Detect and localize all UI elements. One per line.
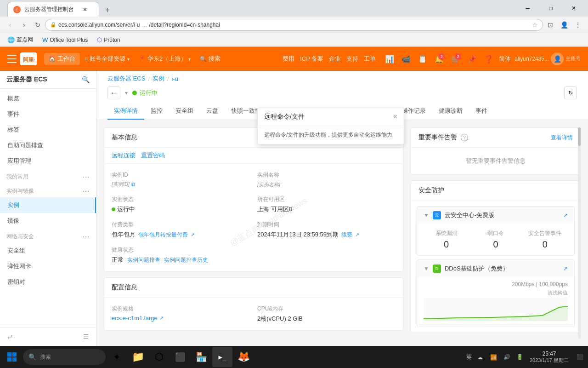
tray-icon-sound[interactable]: 🔊 [501,347,512,367]
sidebar-item-security-group[interactable]: 安全组 [0,243,96,259]
active-tab[interactable]: C 云服务器管理控制台 ✕ [7,2,99,17]
tab-security[interactable]: 安全组 [169,103,200,120]
nav-account[interactable]: ≡ 账号全部资源 ▾ [80,53,134,65]
sidebar-item-events[interactable]: 事件 [0,106,96,122]
instance-section-more-icon[interactable]: ⋯ [82,187,90,196]
spec-external-icon[interactable]: ↗ [159,315,164,321]
nav-region[interactable]: 📍 华东2（上海） ▾ [134,53,195,65]
alerts-help-icon[interactable]: ? [461,134,468,141]
nav-ticket[interactable]: 工单 [364,55,376,63]
lang-switch[interactable]: 简体 [499,55,511,63]
tray-icon-keyboard[interactable]: 英 [464,347,474,367]
payment-link[interactable]: 包年包月转按量付费 [138,231,188,239]
sidebar-search-icon[interactable]: 🔍 [82,76,90,83]
copy-id-icon[interactable]: ⧉ [131,181,136,188]
bookmark-proton[interactable]: ⬡ Proton [93,35,124,44]
tray-icon-battery[interactable]: 🔋 [514,347,525,367]
tab-disk[interactable]: 云盘 [200,103,225,120]
nav-home[interactable]: 🏠 工作台 [44,53,80,65]
tab-event[interactable]: 事件 [469,103,494,120]
taskbar-app-files[interactable]: 📁 [128,347,148,367]
breadcrumb-instance[interactable]: 实例 [153,75,164,83]
refresh-button[interactable]: ↻ [564,86,577,99]
sidebar-footer-icon-right[interactable]: ☰ [79,330,92,343]
payment-external-icon[interactable]: ↗ [191,232,195,238]
taskbar-app-misc[interactable]: 🦊 [233,347,254,367]
expiry-external-icon[interactable]: ↗ [355,232,359,238]
payment-field: 付费类型 包年包月 包年包月转按量付费 ↗ [112,221,250,239]
taskbar-app-color[interactable]: ⬡ [149,347,169,367]
breadcrumb-ecs[interactable]: 云服务器 ECS [107,75,145,83]
my-common-more-icon[interactable]: ⋯ [82,172,90,181]
maximize-button[interactable]: □ [540,0,561,17]
taskbar-search[interactable]: 🔍 搜索 [23,349,106,365]
alerts-link[interactable]: 查看详情 [551,134,573,142]
new-tab-button[interactable]: + [101,4,114,17]
hamburger-menu[interactable] [7,55,17,63]
menu-button[interactable]: ⋮ [571,18,584,31]
health-check-link[interactable]: 实例问题排查 [127,256,160,264]
svg-rect-6 [12,357,17,362]
sidebar-item-mirror[interactable]: 镜像 [0,213,96,229]
close-button[interactable]: ✕ [563,0,584,17]
expiry-link[interactable]: 续费 [341,231,352,239]
tab-monitor[interactable]: 监控 [144,103,169,120]
extensions-button[interactable]: ⊡ [544,18,557,31]
taskbar-widgets[interactable]: ✦ [107,347,127,367]
reset-password-link[interactable]: 重置密码 [141,151,165,160]
monitor-icon[interactable]: 📊 [383,52,396,65]
sidebar-item-app-mgmt[interactable]: 应用管理 [0,153,96,169]
taskbar-app-terminal[interactable]: ▶_ [212,347,232,367]
taskbar-app-taskview[interactable]: ⬛ [170,347,190,367]
nav-icp[interactable]: ICP 备案 [300,55,323,63]
bookmark-landianyun[interactable]: 🌐 蓝点网 [4,35,37,45]
help-icon[interactable]: ❓ [482,52,495,65]
taskbar-clock[interactable]: 25:47 2023/1/17 星期二 [526,351,572,364]
account-icon: ≡ [85,56,88,62]
tab-detail[interactable]: 实例详情 [107,103,144,120]
nav-enterprise[interactable]: 企业 [329,55,341,63]
forward-nav-button[interactable]: › [17,18,30,31]
nav-search[interactable]: 🔍 搜索 [195,53,225,65]
right-scrollbar[interactable] [578,127,581,339]
tab-health[interactable]: 健康诊断 [432,103,469,120]
reload-button[interactable]: ↻ [31,18,44,31]
aliyun-logo[interactable]: 阿里云 [20,52,37,65]
cart-icon[interactable]: 🛒 2 [449,52,462,65]
back-nav-button[interactable]: ‹ [4,18,17,31]
network-section-more-icon[interactable]: ⋯ [82,232,90,241]
code-icon[interactable]: 📋 [416,52,429,65]
health-history-link[interactable]: 实例问题排查历史 [164,256,208,264]
profile-button[interactable]: 👤 [558,18,571,31]
spec-value[interactable]: ecs.e-c1m1.large [112,315,158,322]
sidebar-item-overview[interactable]: 概览 [0,91,96,106]
remote-connect-link[interactable]: 远程连接 [112,151,136,160]
ddos-external-icon[interactable]: ↗ [563,265,568,272]
tooltip-close-button[interactable]: × [393,113,397,121]
sidebar-item-instance[interactable]: 实例 [0,197,96,213]
sidebar-item-troubleshoot[interactable]: 自助问题排查 [0,138,96,153]
taskbar-notification-center[interactable]: ⬛ [573,347,586,367]
sidebar-item-tags[interactable]: 标签 [0,122,96,138]
bookmark-officetool[interactable]: W Office Tool Plus [39,35,91,44]
nav-support[interactable]: 支持 [346,55,358,63]
nav-cost[interactable]: 费用 [283,55,294,63]
tray-icon-wifi[interactable]: 📶 [488,347,499,367]
sidebar-item-key-pair[interactable]: 密钥对 [0,274,96,290]
expand-icon-yundun[interactable]: ▼ [424,212,429,218]
sidebar-item-elastic-nic[interactable]: 弹性网卡 [0,259,96,274]
tray-icon-cloud[interactable]: ☁ [475,347,486,367]
notification-icon[interactable]: 🔔 2 [433,52,446,65]
sidebar-footer-icon-left[interactable]: ⇄ [4,330,17,343]
taskbar-app-store[interactable]: 🏪 [191,347,211,367]
back-button[interactable]: ← [107,86,120,99]
windows-start-button[interactable] [2,347,22,367]
video-icon[interactable]: 📹 [400,52,413,65]
tab-close-button[interactable]: ✕ [81,6,89,13]
expand-icon-ddos[interactable]: ▼ [424,265,429,272]
minimize-button[interactable]: ─ [517,0,538,17]
yundun-external-icon[interactable]: ↗ [563,212,568,218]
location-pin-icon[interactable]: 📌 [466,52,479,65]
user-name[interactable]: aliyun72485... [514,56,549,62]
dropdown-icon[interactable]: ▾ [125,90,128,96]
